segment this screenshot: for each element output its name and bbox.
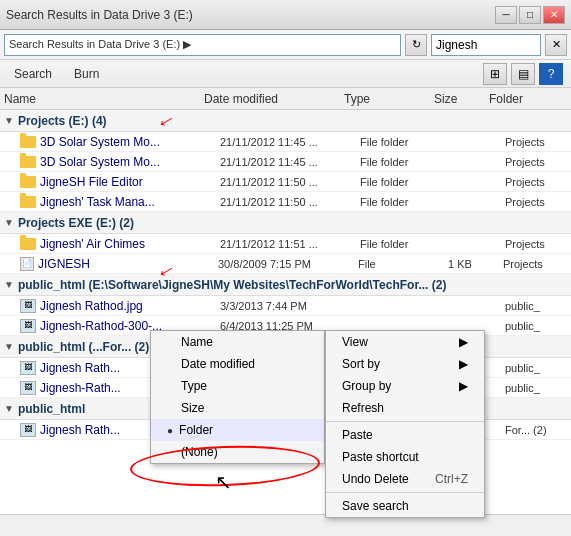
file-type: File folder bbox=[360, 176, 450, 188]
table-row[interactable]: 📄 JIGNESH 30/8/2009 7:15 PM File 1 KB Pr… bbox=[0, 254, 571, 274]
address-bar: Search Results in Data Drive 3 (E:) ▶ ↻ … bbox=[0, 30, 571, 60]
image-icon: 🖼 bbox=[20, 299, 36, 313]
submenu-sort-by-arrow: ▶ bbox=[459, 357, 468, 371]
file-type: File bbox=[358, 258, 448, 270]
folder-icon bbox=[20, 238, 36, 250]
file-folder: public_ bbox=[505, 320, 567, 332]
group-header-label: Projects EXE (E:) (2) bbox=[18, 216, 134, 230]
help-button[interactable]: ? bbox=[539, 63, 563, 85]
file-name: 3D Solar System Mo... bbox=[40, 155, 220, 169]
file-folder: Projects bbox=[505, 196, 567, 208]
group-header-projects-exe-e-2[interactable]: ▼Projects EXE (E:) (2) bbox=[0, 212, 571, 234]
submenu-group-by-arrow: ▶ bbox=[459, 379, 468, 393]
image-icon: 🖼 bbox=[20, 423, 36, 437]
submenu-sep-2 bbox=[326, 492, 484, 493]
file-date: 21/11/2012 11:50 ... bbox=[220, 176, 360, 188]
search-clear-button[interactable]: ✕ bbox=[545, 34, 567, 56]
minimize-button[interactable]: ─ bbox=[495, 6, 517, 24]
submenu-view-label: View bbox=[342, 335, 368, 349]
submenu: View ▶ Sort by ▶ Group by ▶ Refresh Past… bbox=[325, 330, 485, 518]
file-type: File folder bbox=[360, 136, 450, 148]
search-input[interactable] bbox=[431, 34, 541, 56]
file-folder: Projects bbox=[505, 136, 567, 148]
submenu-undo-delete-shortcut: Ctrl+Z bbox=[435, 472, 468, 486]
folder-icon bbox=[20, 136, 36, 148]
search-toolbar-button[interactable]: Search bbox=[8, 65, 58, 83]
group-collapse-icon: ▼ bbox=[4, 279, 14, 290]
table-row[interactable]: Jignesh' Task Mana... 21/11/2012 11:50 .… bbox=[0, 192, 571, 212]
title-bar-text: Search Results in Data Drive 3 (E:) bbox=[6, 8, 495, 22]
col-header-date[interactable]: Date modified bbox=[204, 92, 344, 106]
group-header-label: public_html (E:\Software\JigneSH\My Webs… bbox=[18, 278, 447, 292]
group-header-label: public_html bbox=[18, 402, 85, 416]
file-name: Jignesh' Air Chimes bbox=[40, 237, 220, 251]
file-folder: Projects bbox=[503, 258, 567, 270]
title-controls: ─ □ ✕ bbox=[495, 6, 565, 24]
context-item-size[interactable]: Size bbox=[151, 397, 324, 419]
group-header-projects-e-4[interactable]: ▼Projects (E:) (4) bbox=[0, 110, 571, 132]
submenu-group-by-label: Group by bbox=[342, 379, 391, 393]
context-item-type[interactable]: Type bbox=[151, 375, 324, 397]
file-folder: public_ bbox=[505, 362, 567, 374]
status-bar bbox=[0, 514, 571, 536]
submenu-paste[interactable]: Paste bbox=[326, 424, 484, 446]
group-collapse-icon: ▼ bbox=[4, 217, 14, 228]
file-folder: Projects bbox=[505, 176, 567, 188]
file-name: Jignesh' Task Mana... bbox=[40, 195, 220, 209]
group-collapse-icon: ▼ bbox=[4, 341, 14, 352]
submenu-sort-by-label: Sort by bbox=[342, 357, 380, 371]
table-row[interactable]: JigneSH File Editor 21/11/2012 11:50 ...… bbox=[0, 172, 571, 192]
context-item-folder[interactable]: Folder bbox=[151, 419, 324, 441]
close-button[interactable]: ✕ bbox=[543, 6, 565, 24]
column-headers: Name Date modified Type Size Folder bbox=[0, 88, 571, 110]
table-row[interactable]: 🖼 Jignesh Rathod.jpg 3/3/2013 7:44 PM pu… bbox=[0, 296, 571, 316]
folder-icon bbox=[20, 196, 36, 208]
submenu-undo-delete[interactable]: Undo Delete Ctrl+Z bbox=[326, 468, 484, 490]
col-header-name[interactable]: Name bbox=[4, 92, 204, 106]
group-header-public-html-2[interactable]: ▼public_html (E:\Software\JigneSH\My Web… bbox=[0, 274, 571, 296]
file-type: File folder bbox=[360, 238, 450, 250]
submenu-sort-by[interactable]: Sort by ▶ bbox=[326, 353, 484, 375]
image-icon: 🖼 bbox=[20, 319, 36, 333]
file-name: JIGNESH bbox=[38, 257, 218, 271]
submenu-group-by[interactable]: Group by ▶ bbox=[326, 375, 484, 397]
preview-pane-button[interactable]: ▤ bbox=[511, 63, 535, 85]
address-field[interactable]: Search Results in Data Drive 3 (E:) ▶ bbox=[4, 34, 401, 56]
file-folder: public_ bbox=[505, 300, 567, 312]
submenu-undo-delete-label: Undo Delete bbox=[342, 472, 409, 486]
table-row[interactable]: Jignesh' Air Chimes 21/11/2012 11:51 ...… bbox=[0, 234, 571, 254]
address-text: Search Results in Data Drive 3 (E:) ▶ bbox=[9, 38, 191, 51]
file-date: 21/11/2012 11:50 ... bbox=[220, 196, 360, 208]
context-item-date-modified[interactable]: Date modified bbox=[151, 353, 324, 375]
burn-toolbar-button[interactable]: Burn bbox=[68, 65, 105, 83]
submenu-paste-shortcut[interactable]: Paste shortcut bbox=[326, 446, 484, 468]
submenu-view-arrow: ▶ bbox=[459, 335, 468, 349]
view-options-button[interactable]: ⊞ bbox=[483, 63, 507, 85]
file-folder: For... (2) bbox=[505, 424, 567, 436]
file-name: 3D Solar System Mo... bbox=[40, 135, 220, 149]
file-date: 30/8/2009 7:15 PM bbox=[218, 258, 358, 270]
file-size: 1 KB bbox=[448, 258, 503, 270]
context-menu: Name Date modified Type Size Folder (Non… bbox=[150, 330, 325, 464]
table-row[interactable]: 3D Solar System Mo... 21/11/2012 11:45 .… bbox=[0, 152, 571, 172]
title-bar: Search Results in Data Drive 3 (E:) ─ □ … bbox=[0, 0, 571, 30]
submenu-view[interactable]: View ▶ bbox=[326, 331, 484, 353]
context-item-none[interactable]: (None) bbox=[151, 441, 324, 463]
col-header-folder[interactable]: Folder bbox=[489, 92, 567, 106]
group-header-label: Projects (E:) (4) bbox=[18, 114, 107, 128]
submenu-refresh[interactable]: Refresh bbox=[326, 397, 484, 419]
file-date: 21/11/2012 11:51 ... bbox=[220, 238, 360, 250]
file-folder: Projects bbox=[505, 238, 567, 250]
file-name: Jignesh Rathod.jpg bbox=[40, 299, 220, 313]
context-item-name[interactable]: Name bbox=[151, 331, 324, 353]
toolbar-right: ⊞ ▤ ? bbox=[483, 63, 563, 85]
maximize-button[interactable]: □ bbox=[519, 6, 541, 24]
folder-icon bbox=[20, 156, 36, 168]
file-folder: public_ bbox=[505, 382, 567, 394]
file-date: 21/11/2012 11:45 ... bbox=[220, 156, 360, 168]
table-row[interactable]: 3D Solar System Mo... 21/11/2012 11:45 .… bbox=[0, 132, 571, 152]
col-header-type[interactable]: Type bbox=[344, 92, 434, 106]
refresh-button[interactable]: ↻ bbox=[405, 34, 427, 56]
col-header-size[interactable]: Size bbox=[434, 92, 489, 106]
submenu-save-search[interactable]: Save search bbox=[326, 495, 484, 517]
